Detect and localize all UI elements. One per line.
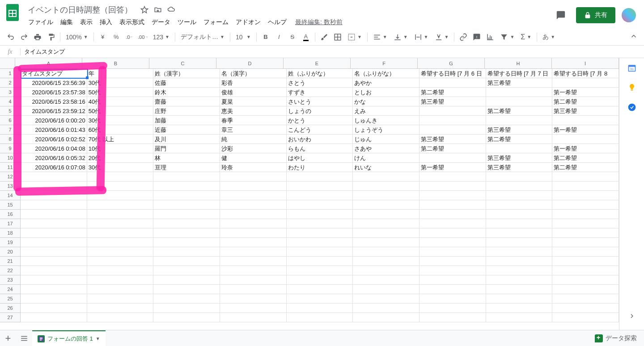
row-header[interactable]: 21 <box>0 257 21 266</box>
font-size-select[interactable]: 10▼ <box>233 32 254 42</box>
cell[interactable] <box>153 219 220 228</box>
cell[interactable] <box>153 228 220 238</box>
row-header[interactable]: 24 <box>0 285 21 294</box>
row-header[interactable]: 8 <box>0 135 21 144</box>
cell[interactable]: 近藤 <box>153 125 220 135</box>
cell[interactable]: 第二希望 <box>419 144 486 153</box>
row-header[interactable]: 27 <box>0 313 21 322</box>
cell[interactable]: 第三希望 <box>486 125 553 135</box>
cell[interactable]: 第一希望 <box>419 163 486 172</box>
percent-icon[interactable]: % <box>110 31 123 43</box>
row-header[interactable]: 2 <box>0 78 21 88</box>
cell[interactable] <box>552 285 619 294</box>
cell[interactable]: 姓（ふりがな） <box>287 69 353 78</box>
row-header[interactable]: 22 <box>0 266 21 275</box>
cell[interactable] <box>419 257 486 266</box>
decrease-decimal-icon[interactable]: .0← <box>123 31 136 43</box>
cell[interactable] <box>21 172 87 181</box>
cell[interactable]: 姓（漢字） <box>153 69 220 78</box>
cell[interactable] <box>353 181 419 191</box>
cell[interactable] <box>419 294 486 304</box>
cell[interactable] <box>287 200 353 210</box>
strikethrough-icon[interactable]: S <box>286 31 299 43</box>
cell[interactable] <box>486 257 553 266</box>
insert-link-icon[interactable] <box>457 31 470 43</box>
cell[interactable] <box>287 275 353 285</box>
cell[interactable] <box>353 210 419 219</box>
cell[interactable] <box>486 247 553 257</box>
cell[interactable]: 2020/06/15 23:59:12 <box>21 106 87 116</box>
sheet-tab[interactable]: フォームの回答 1 ▼ <box>32 330 106 346</box>
cell[interactable]: 夏菜 <box>220 97 287 106</box>
cell[interactable] <box>419 219 486 228</box>
cell[interactable] <box>87 238 154 247</box>
cell[interactable] <box>153 191 220 200</box>
cell[interactable] <box>87 304 154 313</box>
cell[interactable]: 10代 <box>87 144 154 153</box>
cell[interactable]: かとう <box>287 116 353 125</box>
cell[interactable]: えみ <box>353 106 419 116</box>
cell[interactable]: 第一希望 <box>552 144 619 153</box>
cell[interactable] <box>486 304 553 313</box>
fill-color-icon[interactable] <box>318 31 330 43</box>
cell[interactable] <box>486 172 553 181</box>
cell[interactable] <box>419 153 486 163</box>
cell[interactable] <box>353 200 419 210</box>
cell[interactable] <box>287 257 353 266</box>
menu-file[interactable]: ファイル <box>25 17 56 28</box>
cell[interactable]: 年 <box>87 69 154 78</box>
tasks-icon[interactable] <box>627 103 636 112</box>
cell[interactable] <box>153 313 220 322</box>
menu-view[interactable]: 表示 <box>77 17 96 28</box>
comments-icon[interactable] <box>552 6 570 24</box>
cloud-icon[interactable] <box>167 6 175 14</box>
cell[interactable] <box>220 304 287 313</box>
sheet-tab-menu-icon[interactable]: ▼ <box>96 336 100 341</box>
insert-comment-icon[interactable] <box>470 31 483 43</box>
column-header[interactable]: F <box>351 58 418 69</box>
cell[interactable]: こんどう <box>287 125 353 135</box>
cell[interactable]: 2020/06/16 0:05:32 <box>21 153 87 163</box>
row-header[interactable]: 6 <box>0 116 21 125</box>
cell[interactable] <box>87 219 154 228</box>
cell[interactable] <box>87 172 154 181</box>
cell[interactable] <box>552 313 619 322</box>
cell[interactable]: 羅門 <box>153 144 220 153</box>
cell[interactable]: 2020/06/16 0:00:20 <box>21 116 87 125</box>
vertical-align-icon[interactable]: ▼ <box>391 32 411 42</box>
row-header[interactable]: 12 <box>0 172 21 181</box>
cell[interactable]: 庄野 <box>153 106 220 116</box>
cell[interactable] <box>21 257 87 266</box>
cell[interactable] <box>353 304 419 313</box>
cell[interactable] <box>21 210 87 219</box>
font-select[interactable]: デフォルト…▼ <box>178 32 227 42</box>
document-title[interactable]: イベントの日時調整（回答） <box>25 4 135 16</box>
row-header[interactable]: 13 <box>0 181 21 191</box>
cell[interactable]: 玲奈 <box>220 163 287 172</box>
cell[interactable] <box>419 238 486 247</box>
cell[interactable]: としお <box>353 88 419 97</box>
cell[interactable] <box>353 228 419 238</box>
cell[interactable] <box>486 228 553 238</box>
cell[interactable] <box>153 285 220 294</box>
menu-insert[interactable]: 挿入 <box>97 17 115 28</box>
row-header[interactable]: 9 <box>0 144 21 153</box>
cell[interactable] <box>287 181 353 191</box>
formula-input[interactable]: タイムスタンプ <box>21 48 644 56</box>
cell[interactable] <box>486 313 553 322</box>
cell[interactable] <box>552 191 619 200</box>
cell[interactable] <box>552 238 619 247</box>
cell[interactable]: れいな <box>353 163 419 172</box>
cell[interactable] <box>353 191 419 200</box>
cell[interactable]: 林 <box>153 153 220 163</box>
cell[interactable]: さあや <box>353 144 419 153</box>
cell[interactable]: 第一希望 <box>552 88 619 97</box>
cell[interactable] <box>552 275 619 285</box>
text-rotation-icon[interactable]: ▼ <box>432 32 452 42</box>
cell[interactable] <box>87 266 154 275</box>
cell[interactable] <box>287 191 353 200</box>
cell[interactable] <box>486 285 553 294</box>
move-icon[interactable] <box>154 6 162 14</box>
cell[interactable] <box>287 247 353 257</box>
cell[interactable]: 亘理 <box>153 163 220 172</box>
